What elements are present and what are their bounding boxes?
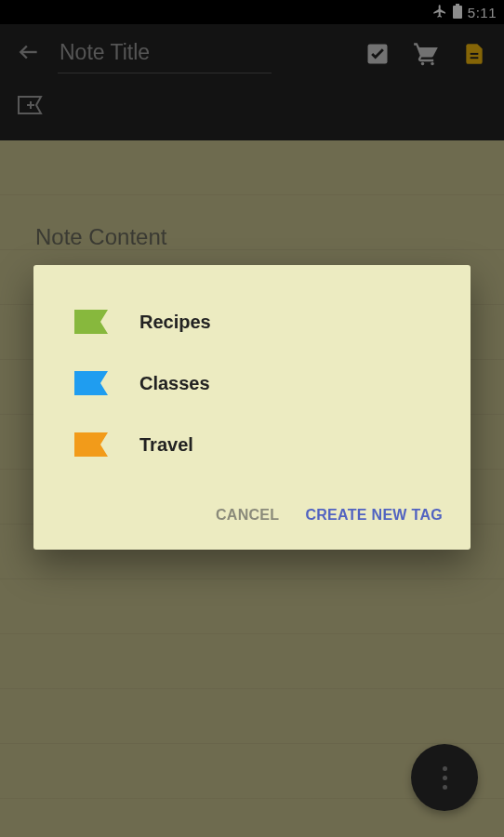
- tag-label: Classes: [139, 373, 210, 394]
- dialog-buttons: CANCEL CREATE NEW TAG: [33, 485, 471, 550]
- tag-label: Recipes: [139, 312, 211, 333]
- tag-flag-icon: [74, 310, 108, 334]
- tag-item-classes[interactable]: Classes: [33, 352, 471, 414]
- tag-item-travel[interactable]: Travel: [33, 414, 471, 475]
- tag-item-recipes[interactable]: Recipes: [33, 291, 471, 352]
- cancel-button[interactable]: CANCEL: [216, 507, 279, 524]
- create-new-tag-button[interactable]: CREATE NEW TAG: [305, 507, 443, 524]
- tag-label: Travel: [139, 434, 193, 456]
- tag-flag-icon: [74, 432, 108, 457]
- tag-picker-dialog: Recipes Classes Travel CANCEL CREATE NEW…: [33, 265, 471, 550]
- tag-flag-icon: [74, 371, 108, 395]
